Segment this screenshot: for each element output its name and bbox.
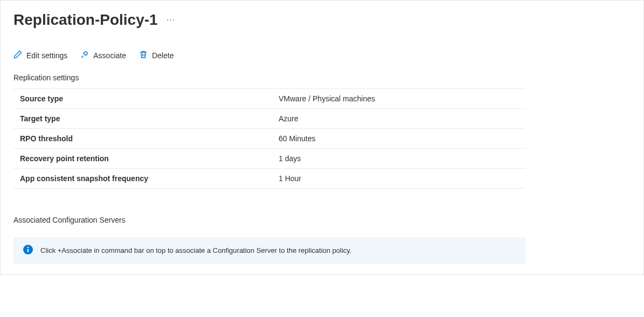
setting-value: 60 Minutes bbox=[272, 129, 525, 149]
info-banner-text: Click +Associate in command bar on top t… bbox=[40, 246, 351, 254]
plug-icon bbox=[80, 50, 89, 60]
setting-label: App consistent snapshot frequency bbox=[13, 169, 272, 189]
svg-rect-2 bbox=[27, 249, 29, 252]
setting-value: 1 Hour bbox=[272, 169, 525, 189]
setting-label: Recovery point retention bbox=[13, 149, 272, 169]
setting-label: RPO threshold bbox=[13, 129, 272, 149]
trash-icon bbox=[139, 50, 148, 60]
associated-servers-heading: Associated Configuration Servers bbox=[13, 216, 631, 224]
associate-button[interactable]: Associate bbox=[80, 50, 126, 60]
associate-label: Associate bbox=[93, 51, 126, 60]
table-row: Source type VMware / Physical machines bbox=[13, 89, 525, 109]
info-icon bbox=[23, 245, 33, 256]
more-options-icon[interactable]: ··· bbox=[167, 15, 175, 25]
replication-settings-heading: Replication settings bbox=[13, 73, 631, 82]
edit-settings-button[interactable]: Edit settings bbox=[13, 50, 67, 60]
table-row: Target type Azure bbox=[13, 109, 525, 129]
delete-button[interactable]: Delete bbox=[139, 50, 174, 60]
delete-label: Delete bbox=[152, 51, 174, 60]
table-row: RPO threshold 60 Minutes bbox=[13, 129, 525, 149]
svg-point-1 bbox=[27, 247, 29, 249]
setting-label: Source type bbox=[13, 89, 272, 109]
page-title: Replication-Policy-1 bbox=[13, 11, 158, 29]
setting-value: VMware / Physical machines bbox=[272, 89, 525, 109]
command-bar: Edit settings Associate Delete bbox=[13, 50, 631, 60]
header-row: Replication-Policy-1 ··· bbox=[13, 11, 631, 29]
table-row: Recovery point retention 1 days bbox=[13, 149, 525, 169]
settings-table: Source type VMware / Physical machines T… bbox=[13, 88, 525, 189]
setting-value: 1 days bbox=[272, 149, 525, 169]
info-banner: Click +Associate in command bar on top t… bbox=[13, 237, 525, 264]
setting-value: Azure bbox=[272, 109, 525, 129]
pencil-icon bbox=[13, 50, 22, 60]
table-row: App consistent snapshot frequency 1 Hour bbox=[13, 169, 525, 189]
setting-label: Target type bbox=[13, 109, 272, 129]
edit-settings-label: Edit settings bbox=[26, 51, 67, 60]
